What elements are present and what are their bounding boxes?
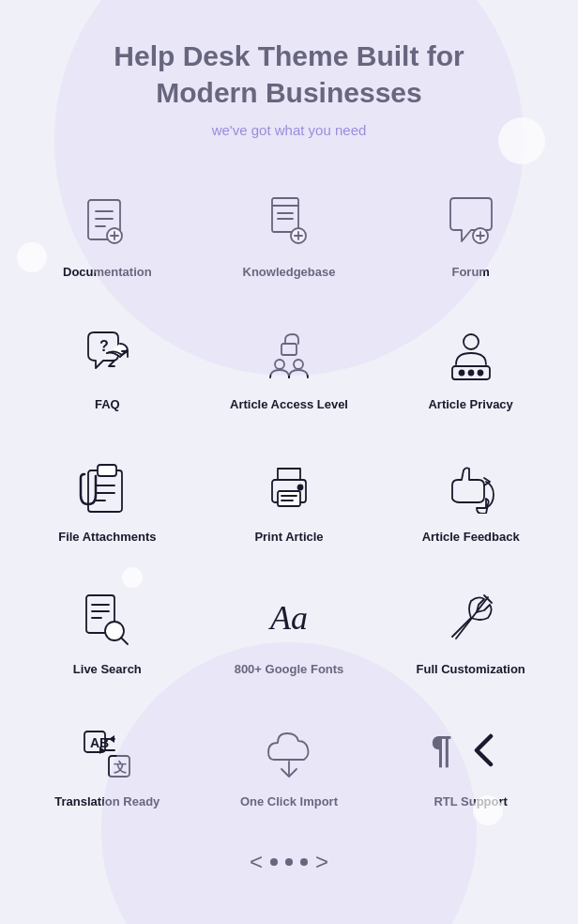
- feature-article-feedback[interactable]: Article Feedback: [382, 436, 559, 559]
- article-feedback-label: Article Feedback: [422, 530, 520, 546]
- svg-line-41: [121, 638, 128, 644]
- svg-rect-32: [278, 491, 300, 506]
- feature-live-search[interactable]: Live Search: [19, 568, 196, 691]
- svg-point-33: [297, 485, 302, 489]
- google-fonts-icon: Aa: [256, 585, 322, 651]
- svg-point-21: [464, 334, 479, 349]
- svg-point-25: [478, 370, 482, 375]
- feature-full-customization[interactable]: Full Customization: [382, 568, 559, 691]
- feature-print-article[interactable]: Print Article: [201, 436, 378, 559]
- feature-file-attachments[interactable]: File Attachments: [19, 436, 196, 559]
- print-article-label: Print Article: [254, 530, 323, 546]
- full-customization-icon: [438, 585, 504, 651]
- live-search-icon: [74, 585, 140, 651]
- article-privacy-label: Article Privacy: [428, 397, 512, 413]
- print-icon: [256, 453, 322, 518]
- svg-point-24: [468, 370, 473, 375]
- file-attachments-label: File Attachments: [58, 530, 156, 546]
- svg-line-42: [456, 597, 488, 639]
- live-search-label: Live Search: [73, 662, 142, 678]
- article-access-label: Article Access Level: [230, 397, 348, 413]
- faq-icon: ?: [74, 320, 140, 386]
- faq-label: FAQ: [95, 397, 120, 413]
- article-feedback-icon: [438, 453, 504, 518]
- svg-point-23: [459, 370, 464, 375]
- svg-text:?: ?: [99, 338, 109, 354]
- file-attachments-icon: [74, 453, 140, 518]
- article-privacy-icon: [438, 320, 504, 386]
- full-customization-label: Full Customization: [417, 662, 525, 678]
- svg-rect-27: [98, 465, 116, 476]
